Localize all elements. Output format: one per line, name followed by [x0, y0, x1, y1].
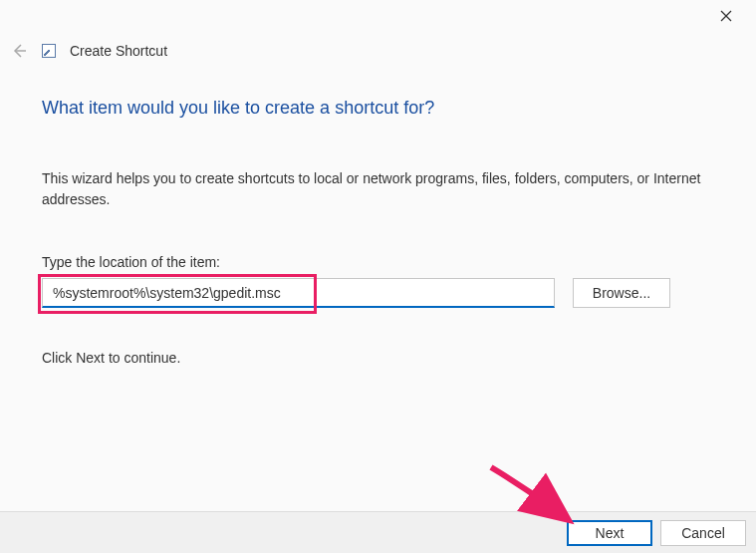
input-row: Browse...	[42, 278, 714, 308]
browse-button[interactable]: Browse...	[573, 278, 670, 308]
back-arrow-icon	[11, 43, 27, 59]
page-heading: What item would you like to create a sho…	[42, 98, 714, 119]
back-button[interactable]	[10, 42, 28, 60]
title-bar	[0, 0, 756, 32]
hint-text: Click Next to continue.	[42, 350, 714, 366]
window-title: Create Shortcut	[70, 43, 167, 59]
input-wrapper	[42, 278, 555, 308]
description-text: This wizard helps you to create shortcut…	[42, 168, 714, 210]
footer-bar: Next Cancel	[0, 511, 756, 553]
header-row: Create Shortcut	[0, 32, 756, 74]
shortcut-icon	[42, 44, 56, 58]
location-label: Type the location of the item:	[42, 254, 714, 270]
location-input[interactable]	[42, 278, 555, 308]
close-button[interactable]	[718, 8, 734, 24]
next-button[interactable]: Next	[567, 520, 652, 546]
cancel-button[interactable]: Cancel	[660, 520, 746, 546]
close-icon	[720, 10, 732, 22]
content-area: What item would you like to create a sho…	[0, 74, 756, 366]
